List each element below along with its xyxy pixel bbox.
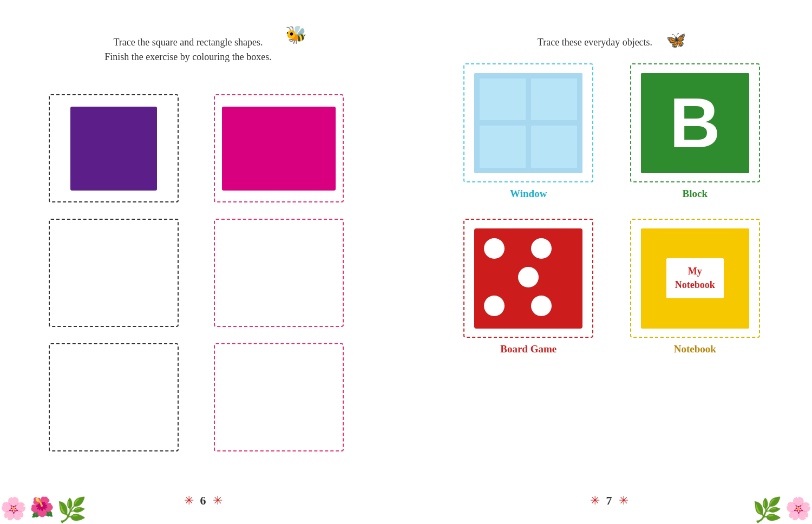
- empty-rectangle-box-1: [214, 219, 344, 327]
- instruction-line1: Trace the square and rectangle shapes.: [113, 37, 263, 48]
- window-card: Window: [455, 63, 603, 200]
- block-card: B Block: [621, 63, 769, 200]
- plant-left: 🌿: [57, 496, 87, 524]
- butterfly-icon: 🦋: [666, 30, 686, 49]
- instruction-line2: Finish the exercise by colouring the box…: [104, 51, 271, 62]
- dot-center-wrapper: [484, 267, 573, 290]
- right-instruction-text: Trace these everyday objects.: [538, 35, 652, 50]
- magenta-rectangle-box: [214, 94, 344, 202]
- flower-blue-right: 🌸: [785, 496, 812, 524]
- right-instruction: Trace these everyday objects.: [538, 37, 652, 48]
- bottom-right-flowers: 🌿 🌸: [752, 496, 812, 524]
- flower-blue-left: 🌸: [0, 496, 27, 524]
- board-game-box: [463, 219, 593, 338]
- asterisk-left-1: ✳: [184, 494, 194, 508]
- window-pane-4: [531, 126, 577, 168]
- asterisk-left-2: ✳: [213, 494, 222, 508]
- purple-square: [70, 107, 157, 191]
- bee-icon: 🐝: [285, 24, 307, 45]
- window-pane-1: [480, 78, 526, 121]
- magenta-rectangle: [222, 107, 336, 191]
- empty-square-box-1: [49, 219, 179, 327]
- right-page: Trace these everyday objects. 🦋 Window: [406, 0, 812, 524]
- page-number-right: ✳ 7 ✳: [590, 494, 628, 508]
- dot-tl: [484, 238, 505, 259]
- board-game-card: Board Game: [455, 219, 603, 355]
- notebook-box: MyNotebook: [630, 219, 760, 338]
- block-label: Block: [683, 188, 708, 200]
- purple-square-box: [49, 94, 179, 202]
- notebook-cover-text: MyNotebook: [666, 258, 724, 298]
- page-num-6: 6: [200, 494, 206, 508]
- dice-dots: [474, 228, 582, 329]
- asterisk-right-2: ✳: [619, 494, 628, 508]
- dot-center: [518, 267, 539, 287]
- dot-bl: [484, 296, 505, 316]
- dot-tr: [531, 238, 552, 259]
- window-label: Window: [510, 188, 547, 200]
- plant-right: 🌿: [752, 496, 782, 524]
- empty-square-box-2: [49, 343, 179, 451]
- asterisk-right-1: ✳: [590, 494, 600, 508]
- window-pane-3: [480, 126, 526, 168]
- block-letter-b: B: [670, 88, 721, 158]
- dot-br: [531, 296, 552, 316]
- bottom-left-flowers: 🌸 🌺 🌿: [0, 496, 87, 524]
- left-page: Trace the square and rectangle shapes. F…: [0, 0, 406, 524]
- page-number-left: ✳ 6 ✳: [184, 494, 222, 508]
- page-num-7: 7: [606, 494, 612, 508]
- block-illustration: B: [641, 73, 749, 173]
- shapes-grid: [49, 94, 363, 451]
- objects-grid: Window B Block: [455, 63, 769, 355]
- notebook-illustration: MyNotebook: [641, 228, 749, 329]
- window-pane-2: [531, 78, 577, 121]
- window-illustration: [474, 73, 582, 173]
- block-box: B: [630, 63, 760, 182]
- right-instruction-row: Trace these everyday objects. 🦋: [438, 30, 785, 50]
- notebook-card: MyNotebook Notebook: [621, 219, 769, 355]
- page-container: Trace the square and rectangle shapes. F…: [0, 0, 812, 524]
- flower-red-left: 🌺: [30, 496, 54, 524]
- dice-illustration: [474, 228, 582, 329]
- board-game-label: Board Game: [500, 343, 556, 355]
- left-instruction-text: Trace the square and rectangle shapes. F…: [104, 35, 271, 64]
- window-box: [463, 63, 593, 182]
- notebook-label: Notebook: [674, 343, 716, 355]
- empty-rectangle-box-2: [214, 343, 344, 451]
- left-instruction-row: Trace the square and rectangle shapes. F…: [32, 30, 379, 81]
